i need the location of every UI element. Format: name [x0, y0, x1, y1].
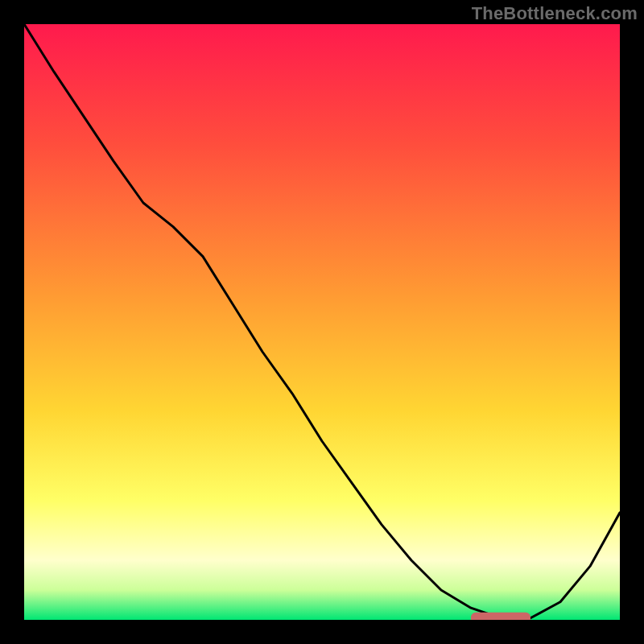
gradient-rect [24, 24, 620, 620]
watermark-text: TheBottleneck.com [472, 3, 638, 24]
chart-frame: TheBottleneck.com [0, 0, 644, 644]
plot-area [24, 24, 620, 620]
chart-svg [24, 24, 620, 620]
optimal-marker [471, 613, 530, 620]
